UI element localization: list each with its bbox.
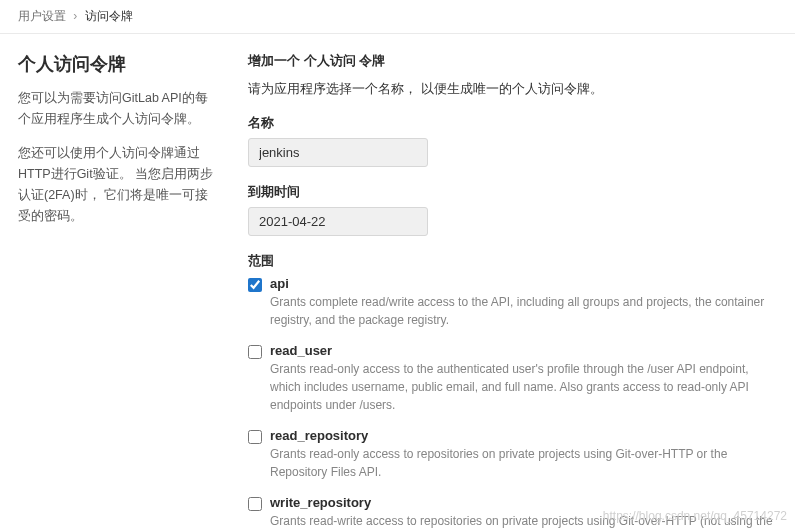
page-title: 个人访问令牌 <box>18 52 218 76</box>
scope-checkbox-api[interactable] <box>248 278 262 292</box>
sidebar: 个人访问令牌 您可以为需要访问GitLab API的每个应用程序生成个人访问令牌… <box>18 52 218 529</box>
name-input[interactable] <box>248 138 428 167</box>
scope-desc: Grants read-write access to repositories… <box>270 512 777 529</box>
chevron-right-icon: › <box>73 9 77 23</box>
scope-checkbox-read_repository[interactable] <box>248 430 262 444</box>
scope-desc: Grants complete read/write access to the… <box>270 293 777 329</box>
scope-name: api <box>270 276 777 291</box>
breadcrumb-parent[interactable]: 用户设置 <box>18 9 66 23</box>
scope-name: read_repository <box>270 428 777 443</box>
breadcrumb: 用户设置 › 访问令牌 <box>0 0 795 34</box>
form-title: 增加一个 个人访问 令牌 <box>248 52 777 70</box>
scope-checkbox-write_repository[interactable] <box>248 497 262 511</box>
scope-name: read_user <box>270 343 777 358</box>
scope-label: 范围 <box>248 252 777 270</box>
scope-name: write_repository <box>270 495 777 510</box>
expiry-label: 到期时间 <box>248 183 777 201</box>
main-form: 增加一个 个人访问 令牌 请为应用程序选择一个名称， 以便生成唯一的个人访问令牌… <box>248 52 777 529</box>
name-label: 名称 <box>248 114 777 132</box>
scope-desc: Grants read-only access to repositories … <box>270 445 777 481</box>
expiry-input[interactable] <box>248 207 428 236</box>
breadcrumb-current: 访问令牌 <box>85 9 133 23</box>
sidebar-desc-2: 您还可以使用个人访问令牌通过HTTP进行Git验证。 当您启用两步认证(2FA)… <box>18 143 218 228</box>
scope-item-read_repository: read_repositoryGrants read-only access t… <box>248 428 777 481</box>
form-instruction: 请为应用程序选择一个名称， 以便生成唯一的个人访问令牌。 <box>248 80 777 98</box>
scope-item-write_repository: write_repositoryGrants read-write access… <box>248 495 777 529</box>
scope-item-read_user: read_userGrants read-only access to the … <box>248 343 777 414</box>
scope-desc: Grants read-only access to the authentic… <box>270 360 777 414</box>
sidebar-desc-1: 您可以为需要访问GitLab API的每个应用程序生成个人访问令牌。 <box>18 88 218 131</box>
scope-checkbox-read_user[interactable] <box>248 345 262 359</box>
scope-item-api: apiGrants complete read/write access to … <box>248 276 777 329</box>
